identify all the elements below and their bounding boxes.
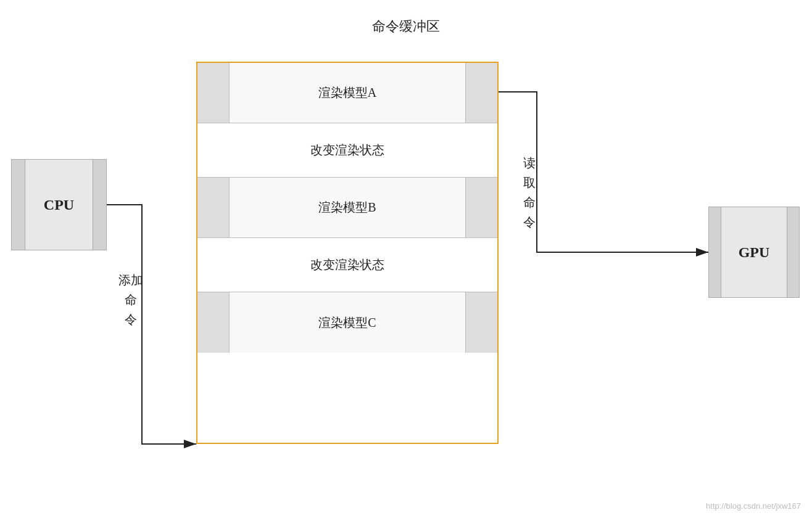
- add-cmd-label: 添加命令: [118, 270, 143, 329]
- row-b-left-cell: [197, 178, 230, 237]
- row-state-2-label: 改变渲染状态: [310, 257, 384, 273]
- cpu-right-stripe: [93, 160, 106, 250]
- title: 命令缓冲区: [0, 17, 812, 36]
- row-c-label: 渲染模型C: [318, 314, 376, 331]
- gpu-label: GPU: [739, 244, 770, 261]
- watermark: http://blog.csdn.net/jxw167: [706, 501, 801, 511]
- row-state-2: 改变渲染状态: [197, 238, 497, 292]
- row-c-left-cell: [197, 292, 230, 353]
- command-buffer: 渲染模型A 改变渲染状态 渲染模型B 改变渲染状态 渲染模型C: [196, 62, 499, 444]
- cpu-left-stripe: [12, 160, 25, 250]
- row-a-right-cell: [465, 63, 497, 123]
- read-cmd-label: 读取命令: [523, 153, 536, 232]
- row-a-left-cell: [197, 63, 230, 123]
- gpu-left-stripe: [709, 207, 721, 297]
- row-b-right-cell: [465, 178, 497, 237]
- row-a-label: 渲染模型A: [318, 84, 376, 101]
- row-state-1: 改变渲染状态: [197, 123, 497, 178]
- row-render-model-b: 渲染模型B: [197, 178, 497, 238]
- gpu-box: GPU: [708, 207, 800, 298]
- gpu-right-stripe: [787, 207, 799, 297]
- row-c-right-cell: [465, 292, 497, 353]
- diagram-container: 命令缓冲区 CPU GPU 渲染模型A 改变渲染状态 渲染模型B 改变渲染状: [0, 0, 812, 518]
- row-b-label: 渲染模型B: [318, 199, 376, 216]
- row-render-model-c: 渲染模型C: [197, 292, 497, 353]
- cpu-label: CPU: [44, 197, 74, 213]
- row-state-1-label: 改变渲染状态: [310, 142, 384, 158]
- row-render-model-a: 渲染模型A: [197, 63, 497, 123]
- cpu-box: CPU: [11, 159, 107, 250]
